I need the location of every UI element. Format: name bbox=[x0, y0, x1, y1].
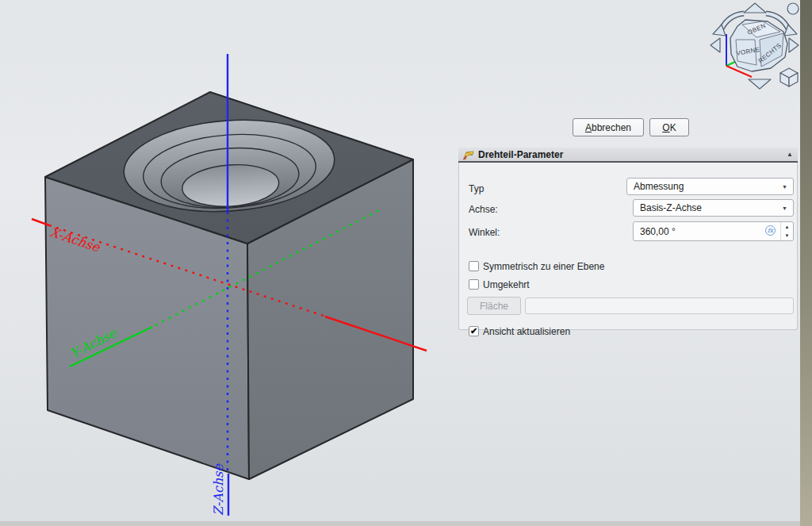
revolve-icon bbox=[463, 149, 475, 160]
panel-body: Typ Abmessung ▼ Achse: Basis-Z-Achse ▼ W… bbox=[458, 163, 798, 330]
z-axis-label: Z-Achse bbox=[211, 463, 226, 516]
chevron-down-icon: ▼ bbox=[782, 205, 787, 211]
desktop-edge-strip bbox=[800, 0, 812, 526]
typ-label: Typ bbox=[469, 183, 484, 194]
viewcube[interactable]: OBEN VORNE RECHTS bbox=[730, 20, 787, 71]
cancel-button[interactable]: Abbrechen bbox=[573, 118, 644, 136]
ansicht-checkbox-label: Ansicht aktualisieren bbox=[483, 326, 570, 337]
fx-equation-icon[interactable]: fx bbox=[765, 225, 776, 236]
flaeche-button[interactable]: Fläche bbox=[467, 297, 521, 315]
spinner-up-icon[interactable]: ▲ bbox=[785, 225, 790, 229]
ok-button[interactable]: OK bbox=[649, 118, 689, 136]
symmetric-checkbox-label: Symmetrisch zu einer Ebene bbox=[483, 261, 604, 272]
tilt-up-arrow[interactable] bbox=[744, 3, 766, 13]
ok-button-label: OK bbox=[662, 122, 676, 133]
cancel-button-label: Abbrechen bbox=[585, 122, 631, 133]
winkel-input-value: 360,00 ° bbox=[640, 226, 676, 237]
home-view-button[interactable] bbox=[787, 3, 799, 14]
typ-dropdown-value: Abmessung bbox=[634, 181, 684, 192]
ansicht-checkbox[interactable]: ✔ bbox=[469, 326, 479, 336]
flaeche-field[interactable] bbox=[525, 298, 794, 314]
drehteil-parameter-panel: Drehteil-Parameter ▲ Typ Abmessung ▼ Ach… bbox=[458, 148, 798, 330]
achse-dropdown-value: Basis-Z-Achse bbox=[640, 202, 702, 213]
panel-title: Drehteil-Parameter bbox=[478, 149, 563, 160]
cad-viewport: X-Achse Y-Achse Z-Achse bbox=[0, 0, 812, 526]
viewport-bottom-edge bbox=[0, 521, 801, 526]
collapse-panel-icon[interactable]: ▲ bbox=[787, 151, 793, 158]
winkel-input[interactable]: 360,00 ° fx ▲ ▼ bbox=[633, 221, 794, 241]
viewcube-widget: OBEN VORNE RECHTS bbox=[710, 3, 799, 89]
checkmark-icon: ✔ bbox=[470, 326, 477, 336]
typ-dropdown[interactable]: Abmessung ▼ bbox=[626, 178, 794, 195]
umgekehrt-checkbox-label: Umgekehrt bbox=[483, 279, 530, 290]
achse-label: Achse: bbox=[469, 204, 498, 215]
pan-left-arrow[interactable] bbox=[710, 38, 720, 52]
winkel-label: Winkel: bbox=[469, 227, 500, 238]
symmetric-checkbox[interactable] bbox=[469, 261, 479, 271]
spinner-down-icon[interactable]: ▼ bbox=[785, 233, 790, 238]
umgekehrt-checkbox[interactable] bbox=[469, 279, 479, 290]
achse-dropdown[interactable]: Basis-Z-Achse ▼ bbox=[633, 199, 794, 217]
flaeche-button-label: Fläche bbox=[480, 301, 508, 312]
iso-view-button[interactable] bbox=[780, 68, 798, 86]
tilt-down-arrow[interactable] bbox=[749, 79, 771, 89]
chevron-down-icon: ▼ bbox=[782, 184, 787, 190]
panel-header[interactable]: Drehteil-Parameter ▲ bbox=[458, 148, 798, 163]
winkel-spinner[interactable]: ▲ ▼ bbox=[780, 222, 793, 240]
pan-right-arrow[interactable] bbox=[789, 38, 799, 52]
